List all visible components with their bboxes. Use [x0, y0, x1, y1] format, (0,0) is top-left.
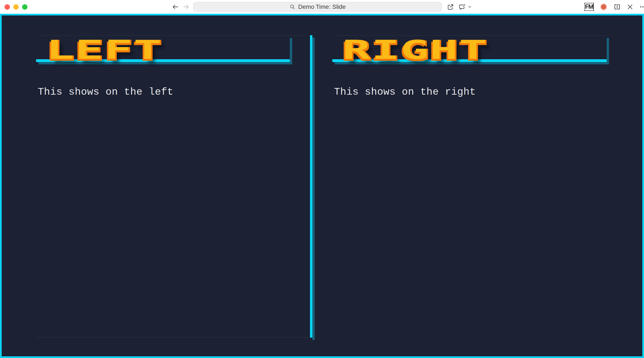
editor-toolbar: FM: [584, 0, 644, 14]
split-editor-icon: [614, 3, 621, 10]
search-value: Demo Time: Slide: [298, 4, 346, 10]
left-column: LEFT This shows on the left: [36, 35, 309, 338]
zoom-window-button[interactable]: [22, 4, 28, 10]
back-button[interactable]: [172, 3, 179, 10]
chevron-down-icon: [467, 4, 472, 9]
right-body-text: This shows on the right: [334, 86, 608, 98]
two-column-layout: LEFT This shows on the left RIGHT This s…: [36, 35, 608, 338]
frontmatter-icon[interactable]: FM: [584, 3, 594, 11]
search-input[interactable]: Demo Time: Slide: [193, 2, 442, 12]
back-arrow-icon: [172, 3, 179, 10]
minimize-window-button[interactable]: [13, 4, 19, 10]
close-window-button[interactable]: [4, 4, 10, 10]
column-divider: [310, 35, 312, 338]
left-heading-text: LEFT: [46, 36, 162, 64]
more-actions-button[interactable]: [639, 3, 644, 10]
panel-actions: [447, 0, 472, 14]
navigation-controls: [172, 0, 190, 14]
forward-button[interactable]: [182, 3, 190, 10]
window-controls: [4, 4, 28, 10]
search-icon: [289, 4, 296, 10]
open-external-icon: [447, 4, 454, 10]
right-column: RIGHT This shows on the right: [332, 35, 608, 338]
ellipsis-icon: [639, 3, 644, 10]
close-icon: [626, 4, 634, 10]
right-heading: RIGHT: [332, 36, 607, 62]
open-external-button[interactable]: [447, 4, 454, 10]
chat-sparkle-icon: [458, 3, 466, 11]
demo-time-button[interactable]: [600, 3, 608, 11]
slide-preview: LEFT This shows on the left RIGHT This s…: [0, 14, 644, 358]
left-body-text: This shows on the left: [38, 86, 309, 98]
starburst-icon: [600, 3, 608, 11]
forward-arrow-icon: [182, 3, 190, 10]
chat-dropdown[interactable]: [458, 3, 472, 11]
left-heading: LEFT: [36, 36, 290, 62]
split-editor-button[interactable]: [614, 3, 621, 10]
right-heading-text: RIGHT: [342, 36, 488, 64]
titlebar: Demo Time: Slide FM: [0, 0, 644, 14]
close-panel-button[interactable]: [626, 4, 634, 10]
